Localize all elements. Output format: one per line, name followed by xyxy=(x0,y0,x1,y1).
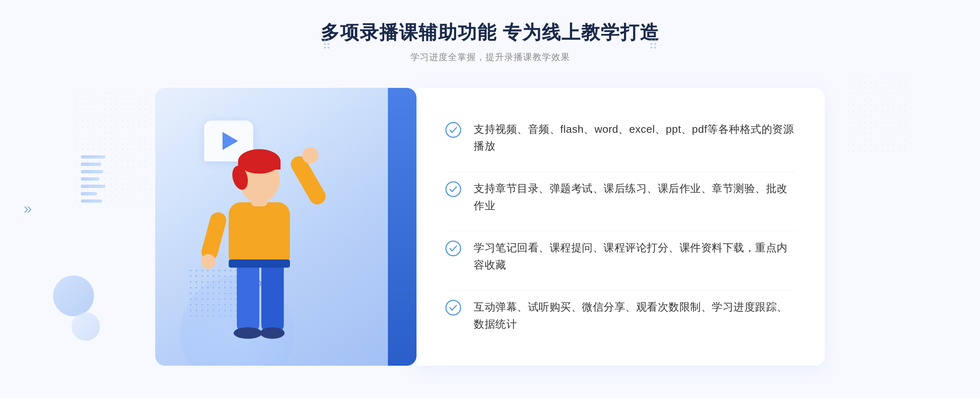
feature-text-1: 支持视频、音频、flash、word、excel、ppt、pdf等各种格式的资源… xyxy=(474,121,796,155)
svg-rect-12 xyxy=(200,210,228,262)
features-panel: 支持视频、音频、flash、word、excel、ppt、pdf等各种格式的资源… xyxy=(416,88,825,366)
person-figure xyxy=(180,121,335,358)
page-container: » 多项录播课辅助功能 专为线上教学打造 学习进度全掌握，提升录播课教学效果 xyxy=(0,0,980,398)
svg-point-16 xyxy=(446,182,461,197)
illustration-card: » xyxy=(155,88,416,366)
content-area: » xyxy=(155,88,825,366)
sub-title: 学习进度全掌握，提升录播课教学效果 xyxy=(321,51,660,63)
svg-point-15 xyxy=(446,123,461,137)
svg-rect-0 xyxy=(237,259,259,333)
svg-rect-1 xyxy=(261,259,284,333)
feature-item-2: 支持章节目录、弹题考试、课后练习、课后作业、章节测验、批改作业 xyxy=(445,172,796,222)
svg-point-2 xyxy=(234,327,262,339)
feature-text-2: 支持章节目录、弹题考试、课后练习、课后作业、章节测验、批改作业 xyxy=(474,180,796,214)
title-dots-left xyxy=(650,39,656,49)
check-icon-3 xyxy=(445,240,461,257)
check-icon-4 xyxy=(445,300,461,316)
deco-circle-blue xyxy=(53,275,94,316)
left-arrow-decoration: » xyxy=(24,200,32,217)
feature-item-3: 学习笔记回看、课程提问、课程评论打分、课件资料下载，重点内容收藏 xyxy=(445,231,796,282)
feature-text-3: 学习笔记回看、课程提问、课程评论打分、课件资料下载，重点内容收藏 xyxy=(474,239,796,273)
check-icon-2 xyxy=(445,181,461,197)
feature-item-4: 互动弹幕、试听购买、微信分享、观看次数限制、学习进度跟踪、数据统计 xyxy=(445,290,796,341)
main-title: 多项录播课辅助功能 专为线上教学打造 xyxy=(321,21,660,44)
svg-point-13 xyxy=(201,254,216,269)
feature-text-4: 互动弹幕、试听购买、微信分享、观看次数限制、学习进度跟踪、数据统计 xyxy=(474,299,796,333)
svg-point-18 xyxy=(446,300,461,315)
deco-circle-light xyxy=(71,312,100,341)
header-section: 多项录播课辅助功能 专为线上教学打造 学习进度全掌握，提升录播课教学效果 xyxy=(321,21,660,63)
title-dots-right xyxy=(324,39,330,49)
svg-point-3 xyxy=(260,327,285,339)
deco-stripes xyxy=(81,155,105,229)
svg-rect-4 xyxy=(229,202,290,268)
svg-point-11 xyxy=(302,147,318,163)
bg-dots-right xyxy=(845,74,906,155)
svg-point-17 xyxy=(446,241,461,256)
illustration-bar xyxy=(388,88,416,366)
svg-rect-8 xyxy=(238,161,281,170)
svg-rect-14 xyxy=(229,259,290,268)
check-icon-1 xyxy=(445,122,461,138)
feature-item-1: 支持视频、音频、flash、word、excel、ppt、pdf等各种格式的资源… xyxy=(445,113,796,163)
